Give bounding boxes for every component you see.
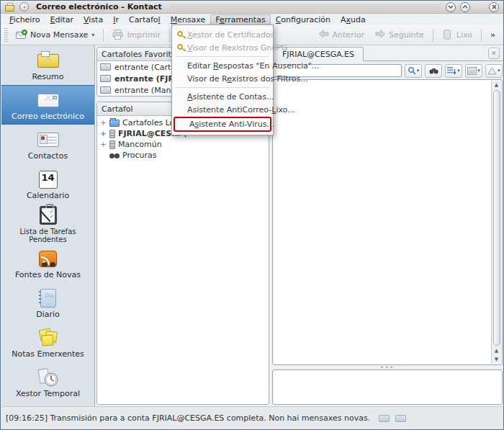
menu-configuracion[interactable]: Configuración [271,14,336,25]
search-folder-icon [109,152,120,158]
folder-icon [109,120,120,127]
chevron-up-icon [462,5,468,9]
chevron-down-icon: ▾ [91,32,94,38]
menu-editar[interactable]: Editar [45,14,78,25]
folder-tree-item-mancomun[interactable]: + Mancomún [97,139,269,150]
folder-list-panel: Cartafol + Cartafoles Locais + FJRIAL@CE… [96,102,269,405]
sidebar-item-correo-electronico[interactable]: Correo electrónico [1,85,94,125]
sticky-notes-icon [35,327,61,349]
time-tracker-icon [35,367,61,388]
menu-item-asistente-anti-virus[interactable]: Asistente Anti-Virus... [175,118,270,130]
print-button[interactable]: Imprimir [108,28,165,42]
folder-tree-item-procuras[interactable]: Procuras [97,150,269,161]
titlebar: Correo electrónico - Kontact [1,1,503,14]
sidebar: Resumo Correo electrónico Contactos 14 C… [1,45,95,406]
message-list[interactable]: ▲ ▲ ▼ [272,79,503,365]
window-menu-button[interactable] [19,2,29,12]
inbox-icon [100,86,111,94]
scrollbar-thumb[interactable] [493,90,500,346]
key-icon [176,31,187,39]
menu-ir[interactable]: Ir [108,14,124,25]
chevron-down-icon: ▾ [477,68,480,73]
next-button[interactable]: Seguinte [370,28,428,42]
window-title: Correo electrónico - Kontact [33,2,165,12]
chevron-down-icon: ▾ [417,68,420,73]
sidebar-item-notas[interactable]: Notas Emerxentes [1,323,94,362]
titlebar-decoration [169,4,441,9]
menu-axuda[interactable]: Axuda [336,14,371,25]
expander-icon[interactable]: + [100,130,107,138]
scroll-up-icon[interactable]: ▲ [492,346,501,355]
chevron-down-icon: ▾ [498,68,500,73]
scroll-down-icon[interactable]: ▼ [492,355,501,364]
close-tab-button[interactable]: ✕ [488,48,500,59]
chevron-down-icon [448,5,454,9]
sidebar-item-contactos[interactable]: Contactos [1,125,94,164]
sidebar-item-resumo[interactable]: Resumo [1,45,94,85]
new-message-button[interactable]: Nova Mensaxe ▾ [12,28,99,42]
server-icon [109,140,115,149]
arrow-right-icon [374,30,386,41]
close-icon [492,4,497,9]
menu-item-editar-respostas[interactable]: Editar Respostas "En Ausencia"... [173,59,272,72]
sidebar-item-calendario[interactable]: 14 Calendario [1,164,94,204]
inbox-icon [100,63,111,71]
menu-separator [176,87,269,88]
minimize-button[interactable] [446,2,456,12]
menu-ficheiro[interactable]: Ficheiro [4,14,45,25]
arrow-left-icon [318,30,330,41]
todo-list-icon: ✓✓ [35,205,61,226]
summary-icon [35,50,61,71]
highlight-box: Asistente Anti-Virus... [174,117,271,132]
menu-item-xestor-certificados[interactable]: Xestor de Certificados [173,28,272,41]
aggregation-button[interactable]: ▾ [465,64,482,78]
expander-icon[interactable]: + [100,140,107,148]
menu-cartafol[interactable]: Cartafol [124,14,166,25]
trash-button[interactable]: Lixo [438,28,477,42]
maximize-button[interactable] [460,2,470,12]
sidebar-item-xestor-temporal[interactable]: Xestor Temporal [1,362,94,402]
binoculars-icon [429,68,438,74]
status-message: [09:16:25] Transmisión para a conta FJRI… [6,413,373,423]
sorting-button[interactable]: ▾ [445,64,462,78]
rss-feed-icon [35,248,61,269]
menu-item-visor-gnupg[interactable]: Visor de Rexistros GnuPG [173,41,272,54]
printer-icon [112,30,124,41]
inbox-icon [100,75,111,82]
find-messages-button[interactable] [425,64,442,78]
sidebar-item-tarefas[interactable]: ✓✓ Lista de Tarefas Pendentes [1,204,94,243]
mail-icon [35,89,61,111]
search-options-button[interactable]: ▾ [405,64,422,78]
sidebar-item-diario[interactable]: Diary Diario [1,283,94,323]
contacts-icon [35,129,61,151]
previous-button[interactable]: Anterior [314,28,369,42]
menu-vista[interactable]: Vista [78,14,108,25]
statusbar: [09:16:25] Transmisión para a conta FJRI… [1,406,503,429]
menu-item-asistente-contas[interactable]: Asistente de Contas... [173,90,272,103]
group-list-icon [467,67,477,75]
sidebar-item-fontes-de-novas[interactable]: Fontes de Novas [1,243,94,283]
toolbar-overflow-button[interactable]: » [486,30,500,40]
menu-item-visor-filtros[interactable]: Visor de Rexistros dos Filtros... [173,72,272,85]
menu-ferramentas[interactable]: Ferramentas [210,14,270,25]
chevron-down-icon: ▾ [457,68,460,73]
sort-list-icon [447,67,456,75]
server-icon [109,130,115,138]
theme-triangle-icon [487,67,497,75]
close-icon: ✕ [491,50,497,57]
theme-button[interactable]: ▾ [485,64,503,78]
scroll-up-icon[interactable]: ▲ [492,81,501,89]
kontact-window: Correo electrónico - Kontact Ficheiro Ed… [0,0,504,430]
menubar: Ficheiro Editar Vista Ir Cartafol Mensax… [1,14,503,25]
new-message-icon [16,30,27,41]
trash-icon [442,30,454,41]
expander-icon[interactable]: + [100,119,107,127]
toolbar-handle[interactable] [4,28,8,42]
close-button[interactable] [489,2,499,12]
app-icon [5,3,15,12]
mail-status-icon [379,415,390,422]
menu-mensaxe[interactable]: Mensaxe [166,14,211,25]
message-list-scrollbar[interactable]: ▲ ▲ ▼ [491,81,501,364]
mail-status-icon [395,415,406,422]
menu-item-asistente-anticorreo-lixo[interactable]: Asistente AntiCorreo-Lixo... [173,103,272,116]
